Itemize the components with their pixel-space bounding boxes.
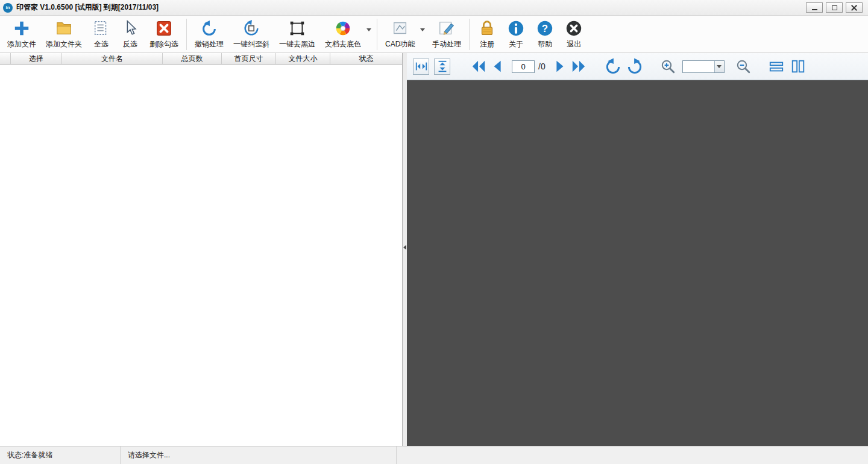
facing-page-view-button[interactable] xyxy=(790,59,806,74)
first-page-icon xyxy=(471,59,486,74)
register-button[interactable]: 注册 xyxy=(473,17,502,52)
page-number-input[interactable] xyxy=(512,60,535,73)
deskew-label: 一键纠歪斜 xyxy=(233,39,269,49)
window-title: 印管家 V1.0.6500 [试用版] 到期[2017/11/03] xyxy=(16,2,159,13)
next-page-button[interactable] xyxy=(552,59,567,74)
last-page-icon xyxy=(571,59,587,74)
invert-selection-button[interactable]: 反选 xyxy=(116,17,145,52)
invert-selection-icon xyxy=(121,19,140,38)
single-page-view-button[interactable] xyxy=(769,59,784,74)
toolbar-separator xyxy=(186,19,187,50)
status-text: 状态:准备就绪 xyxy=(0,447,121,464)
add-file-icon xyxy=(12,19,31,38)
table-header-status[interactable]: 状态 xyxy=(330,53,402,64)
panel-splitter[interactable] xyxy=(403,53,407,446)
rotate-right-button[interactable] xyxy=(626,58,643,75)
cad-combo: CAD功能 xyxy=(380,17,427,52)
remove-background-label: 文档去底色 xyxy=(325,39,361,49)
table-header-file-size[interactable]: 文件大小 xyxy=(276,53,330,64)
last-page-button[interactable] xyxy=(571,59,587,74)
app-logo-icon: in xyxy=(3,3,13,13)
delete-checked-label: 删除勾选 xyxy=(149,39,178,49)
deskew-button[interactable]: 一键纠歪斜 xyxy=(228,17,274,52)
help-button[interactable]: ? 帮助 xyxy=(530,17,559,52)
add-folder-button[interactable]: 添加文件夹 xyxy=(41,17,87,52)
chevron-down-icon xyxy=(717,65,722,68)
cad-dropdown[interactable] xyxy=(420,17,427,52)
table-header-first-page-size[interactable]: 首页尺寸 xyxy=(222,53,276,64)
close-button[interactable] xyxy=(846,2,863,13)
remove-black-edge-icon xyxy=(288,19,307,38)
preview-canvas[interactable] xyxy=(407,80,868,446)
facing-page-view-icon xyxy=(790,59,806,74)
zoom-in-button[interactable] xyxy=(660,59,676,75)
undo-process-label: 撤销处理 xyxy=(195,39,224,49)
undo-process-button[interactable]: 撤销处理 xyxy=(190,17,228,52)
previous-page-icon xyxy=(490,59,506,74)
remove-black-edge-button[interactable]: 一键去黑边 xyxy=(274,17,320,52)
zoom-level-input[interactable] xyxy=(683,61,714,72)
add-folder-label: 添加文件夹 xyxy=(46,39,82,49)
exit-button[interactable]: 退出 xyxy=(559,17,588,52)
undo-icon xyxy=(200,19,219,38)
table-header-select[interactable]: 选择 xyxy=(11,53,62,64)
delete-checked-icon xyxy=(154,19,174,38)
manual-process-button[interactable]: 手动处理 xyxy=(427,17,466,52)
select-all-button[interactable]: 全选 xyxy=(87,17,116,52)
select-all-label: 全选 xyxy=(94,39,108,49)
add-file-button[interactable]: 添加文件 xyxy=(2,17,41,52)
status-bar: 状态:准备就绪 请选择文件... xyxy=(0,446,868,464)
svg-text:?: ? xyxy=(542,23,548,34)
rotate-left-icon xyxy=(605,58,621,75)
remove-background-dropdown[interactable] xyxy=(366,17,374,52)
fit-width-icon xyxy=(415,60,428,73)
maximize-button[interactable] xyxy=(826,2,843,13)
deskew-icon xyxy=(242,19,261,38)
previous-page-button[interactable] xyxy=(490,59,506,74)
rotate-left-button[interactable] xyxy=(605,58,621,75)
fit-width-button[interactable] xyxy=(413,59,429,75)
select-all-icon xyxy=(92,19,111,38)
about-label: 关于 xyxy=(509,39,523,49)
status-spacer xyxy=(397,447,868,464)
help-icon: ? xyxy=(535,19,555,38)
file-table-header: 选择 文件名 总页数 首页尺寸 文件大小 状态 xyxy=(0,53,402,65)
window-controls xyxy=(806,2,865,13)
page-total-label: /0 xyxy=(538,62,546,71)
manual-process-label: 手动处理 xyxy=(432,39,461,49)
preview-panel: /0 xyxy=(407,53,868,446)
title-bar: in 印管家 V1.0.6500 [试用版] 到期[2017/11/03] xyxy=(0,0,868,16)
chevron-down-icon xyxy=(420,28,425,31)
rotate-right-icon xyxy=(626,58,643,75)
exit-label: 退出 xyxy=(567,39,581,49)
close-icon xyxy=(851,5,857,11)
zoom-dropdown-button[interactable] xyxy=(714,61,724,72)
table-header-checkbox-col xyxy=(0,53,11,64)
cad-functions-button[interactable]: CAD功能 xyxy=(380,17,420,52)
about-button[interactable]: 关于 xyxy=(502,17,530,52)
table-header-filename[interactable]: 文件名 xyxy=(62,53,163,64)
add-folder-icon xyxy=(54,19,74,38)
zoom-out-icon xyxy=(735,59,752,75)
zoom-combo xyxy=(682,60,725,73)
exit-icon xyxy=(564,19,583,38)
status-hint: 请选择文件... xyxy=(121,447,397,464)
minimize-button[interactable] xyxy=(806,2,823,13)
register-label: 注册 xyxy=(480,39,494,49)
first-page-button[interactable] xyxy=(471,59,486,74)
remove-background-combo: 文档去底色 xyxy=(320,17,374,52)
chevron-down-icon xyxy=(366,28,371,31)
help-label: 帮助 xyxy=(538,39,552,49)
next-page-icon xyxy=(552,59,567,74)
remove-black-edge-label: 一键去黑边 xyxy=(279,39,315,49)
delete-checked-button[interactable]: 删除勾选 xyxy=(145,17,183,52)
zoom-in-icon xyxy=(660,59,676,75)
remove-background-icon xyxy=(333,19,353,38)
fit-page-button[interactable] xyxy=(434,59,450,75)
toolbar-separator xyxy=(469,19,470,50)
table-header-total-pages[interactable]: 总页数 xyxy=(163,53,222,64)
zoom-out-button[interactable] xyxy=(735,59,752,75)
remove-background-button[interactable]: 文档去底色 xyxy=(320,17,366,52)
about-icon xyxy=(506,19,526,38)
file-table-body[interactable] xyxy=(0,65,402,446)
